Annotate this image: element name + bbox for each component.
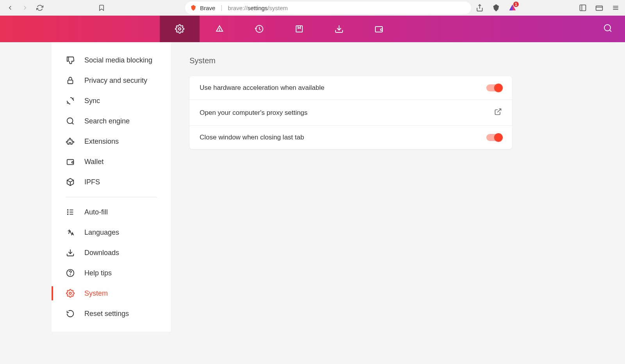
svg-point-18 (68, 212, 68, 212)
topnav-bookmarks[interactable] (279, 16, 319, 42)
download-icon (66, 248, 75, 257)
sidebar-item-reset-settings[interactable]: Reset settings (52, 303, 171, 324)
sidebar-item-label: Downloads (84, 249, 119, 257)
settings-top-nav (0, 16, 625, 42)
search-icon (66, 116, 75, 126)
svg-point-24 (70, 275, 71, 275)
sidebar-item-label: Wallet (84, 158, 104, 166)
svg-point-11 (604, 25, 611, 31)
topnav-wallet[interactable] (359, 16, 399, 42)
sidebar-item-search-engine[interactable]: Search engine (52, 111, 171, 131)
setting-hardware-acceleration[interactable]: Use hardware acceleration when available (189, 76, 512, 100)
main-content: System Use hardware acceleration when av… (171, 42, 625, 332)
sidebar-item-privacy-security[interactable]: Privacy and security (52, 70, 171, 91)
svg-point-6 (179, 28, 181, 30)
bookmark-button[interactable] (96, 2, 107, 13)
svg-line-15 (72, 123, 73, 124)
topnav-settings[interactable] (160, 16, 200, 42)
sidebar-item-label: Reset settings (84, 310, 129, 318)
brave-rewards-icon[interactable]: 1 (508, 3, 517, 12)
sidebar-item-extensions[interactable]: Extensions (52, 131, 171, 152)
svg-point-25 (69, 292, 71, 294)
setting-close-window-last-tab[interactable]: Close window when closing last tab (189, 126, 512, 149)
svg-rect-9 (296, 26, 302, 32)
page-title: System (189, 56, 606, 65)
sidebar-item-label: Languages (84, 228, 119, 237)
setting-label: Use hardware acceleration when available (200, 84, 324, 92)
svg-point-8 (220, 30, 220, 31)
sidebar-item-languages[interactable]: Languages (52, 222, 171, 243)
svg-point-19 (68, 214, 68, 215)
url-display: brave://settings/system (228, 5, 288, 11)
sidebar-item-system[interactable]: System (52, 283, 171, 303)
thumbs-down-icon (66, 55, 75, 65)
sidebar-item-ipfs[interactable]: IPFS (52, 172, 171, 192)
sidebar-item-label: Privacy and security (84, 77, 147, 85)
share-icon[interactable] (475, 3, 484, 12)
help-icon (66, 268, 75, 278)
rewards-badge: 1 (513, 2, 519, 7)
sidebar-item-sync[interactable]: Sync (52, 91, 171, 111)
svg-rect-2 (596, 6, 603, 11)
wallet-icon (66, 157, 75, 166)
reload-button[interactable] (34, 2, 45, 13)
topnav-downloads[interactable] (319, 16, 359, 42)
topnav-shields[interactable] (200, 16, 239, 42)
setting-label: Close window when closing last tab (200, 134, 304, 141)
forward-button[interactable] (20, 2, 30, 13)
back-button[interactable] (5, 2, 16, 13)
svg-point-14 (67, 118, 73, 124)
sidebar-item-label: Auto-fill (84, 208, 108, 216)
sidebar-toggle-icon[interactable] (578, 3, 588, 12)
puzzle-icon (66, 137, 75, 146)
setting-proxy-settings[interactable]: Open your computer's proxy settings (189, 100, 512, 126)
toggle-switch[interactable] (486, 84, 502, 91)
brave-lion-icon (190, 4, 197, 11)
sidebar-item-label: System (84, 289, 108, 298)
svg-rect-0 (580, 5, 586, 11)
menu-button[interactable] (611, 3, 620, 12)
external-link-icon (494, 108, 502, 118)
lock-icon (66, 76, 75, 85)
sidebar-item-label: Extensions (84, 137, 119, 146)
list-icon (66, 207, 75, 217)
sidebar-item-label: IPFS (84, 178, 100, 186)
sidebar-item-social-media-blocking[interactable]: Social media blocking (52, 50, 171, 70)
reset-icon (66, 309, 75, 318)
sidebar-item-wallet[interactable]: Wallet (52, 152, 171, 172)
browser-toolbar: Brave | brave://settings/system 1 (0, 0, 625, 16)
sidebar-item-help-tips[interactable]: Help tips (52, 263, 171, 283)
sidebar-item-label: Sync (84, 97, 100, 105)
svg-point-17 (68, 210, 68, 211)
cube-icon (66, 177, 75, 187)
sidebar-item-label: Help tips (84, 269, 112, 277)
sidebar-item-label: Social media blocking (84, 56, 152, 64)
svg-rect-16 (67, 160, 74, 165)
address-bar[interactable]: Brave | brave://settings/system (185, 2, 471, 14)
svg-rect-13 (68, 80, 73, 84)
sidebar-item-autofill[interactable]: Auto-fill (52, 202, 171, 222)
translate-icon (66, 228, 75, 237)
wallet-toolbar-icon[interactable] (595, 3, 604, 12)
search-settings-button[interactable] (603, 23, 612, 34)
toggle-switch[interactable] (486, 134, 502, 141)
gear-icon (66, 289, 75, 298)
settings-card: Use hardware acceleration when available… (189, 76, 512, 149)
settings-sidebar: Social media blocking Privacy and securi… (52, 42, 171, 332)
sync-icon (66, 96, 75, 105)
brave-shield-icon[interactable] (491, 3, 501, 12)
setting-label: Open your computer's proxy settings (200, 109, 307, 117)
sidebar-item-label: Search engine (84, 117, 130, 125)
url-brand: Brave (200, 5, 215, 11)
sidebar-divider (66, 197, 157, 197)
topnav-history[interactable] (239, 16, 279, 42)
sidebar-item-downloads[interactable]: Downloads (52, 243, 171, 263)
svg-line-12 (610, 30, 611, 32)
